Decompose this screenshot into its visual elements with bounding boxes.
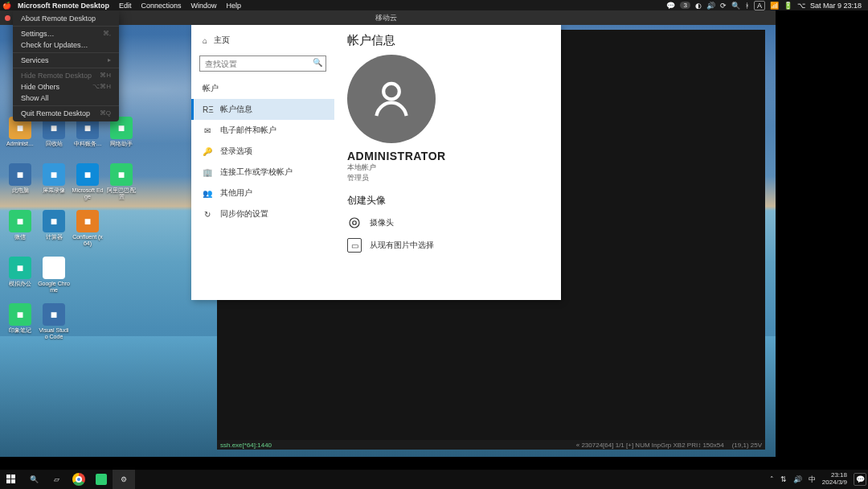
tray-network-icon[interactable]: ⇅ bbox=[780, 475, 787, 483]
dropdown-item[interactable]: About Remote Desktop bbox=[13, 13, 119, 24]
app-menu[interactable]: Microsoft Remote Desktop bbox=[13, 2, 114, 10]
app-icon: ■ bbox=[43, 257, 65, 279]
app-icon: ■ bbox=[43, 210, 65, 232]
task-view-button[interactable]: ▱ bbox=[45, 470, 68, 489]
taskbar-app-green[interactable] bbox=[90, 470, 113, 489]
chrome-icon bbox=[72, 473, 85, 486]
close-window-icon[interactable] bbox=[5, 15, 10, 21]
status-extra-icon[interactable]: ◐ bbox=[695, 2, 702, 10]
tray-ime-icon[interactable]: 中 bbox=[809, 475, 816, 485]
home-icon: ⌂ bbox=[203, 36, 207, 45]
camera-icon bbox=[347, 216, 362, 230]
wechat-badge: 3 bbox=[680, 2, 690, 9]
volume-icon[interactable]: 🔊 bbox=[706, 2, 715, 10]
app-icon: ■ bbox=[110, 163, 133, 186]
control-center-icon[interactable]: ⌥ bbox=[797, 2, 805, 10]
nav-item-label: 登录选项 bbox=[220, 146, 252, 157]
desktop-icon[interactable]: ■阿里巴巴 配置 bbox=[104, 163, 138, 208]
menu-connections[interactable]: Connections bbox=[137, 2, 186, 10]
nav-item-icon: ↻ bbox=[203, 210, 212, 219]
dropdown-item[interactable]: Check for Updates… bbox=[13, 39, 119, 51]
dropdown-item[interactable]: Hide Others⌥⌘H bbox=[13, 81, 119, 92]
spotlight-icon[interactable]: 🔍 bbox=[731, 2, 740, 10]
wifi-icon[interactable]: 📶 bbox=[770, 2, 779, 10]
bluetooth-icon[interactable]: ᚼ bbox=[745, 2, 749, 10]
taskbar-chrome[interactable] bbox=[68, 470, 90, 489]
dropdown-item[interactable]: Show All bbox=[13, 92, 119, 104]
desktop-icon-label: 回收站 bbox=[46, 141, 63, 147]
account-type: 本地帐户 bbox=[347, 162, 548, 173]
taskbar-date: 2024/3/9 bbox=[822, 479, 847, 487]
tray-chevron-up-icon[interactable]: ˄ bbox=[770, 475, 774, 483]
settings-home-button[interactable]: ⌂ 主页 bbox=[191, 31, 334, 49]
settings-nav-item[interactable]: RΞ帐户信息 bbox=[191, 99, 334, 120]
nav-item-label: 连接工作或学校帐户 bbox=[220, 166, 293, 178]
app-icon: ■ bbox=[9, 163, 31, 186]
desktop-icon-label: Administ… bbox=[6, 141, 34, 147]
account-name: ADMINISTRATOR bbox=[347, 150, 548, 162]
menu-window[interactable]: Window bbox=[186, 2, 222, 10]
menu-help[interactable]: Help bbox=[222, 2, 247, 10]
svg-point-2 bbox=[353, 221, 357, 225]
desktop-icon[interactable]: ■Visual Studio Code bbox=[37, 303, 71, 348]
desktop-icon[interactable]: ■Microsoft Edge bbox=[71, 163, 104, 208]
tray-volume-icon[interactable]: 🔊 bbox=[793, 475, 802, 483]
settings-search-input[interactable] bbox=[199, 55, 326, 72]
dropdown-item[interactable]: Settings…⌘, bbox=[13, 28, 119, 39]
wechat-status-icon[interactable]: 💬 bbox=[666, 2, 675, 10]
dropdown-item[interactable]: Services▸ bbox=[13, 55, 119, 66]
desktop-icon[interactable]: ■回收站 bbox=[37, 117, 71, 162]
terminal-statusbar: ssh.exe[*64]:1440 « 230724[64] 1/1 [+] N… bbox=[217, 440, 765, 450]
desktop-icon[interactable]: ■中科账务… bbox=[71, 117, 104, 162]
home-label: 主页 bbox=[214, 35, 230, 46]
option-browse[interactable]: ▭ 从现有图片中选择 bbox=[347, 238, 548, 253]
desktop-icon[interactable]: ■微信 bbox=[3, 210, 37, 255]
gear-icon: ⚙ bbox=[121, 475, 127, 483]
system-tray: ˄ ⇅ 🔊 中 23:18 2024/3/9 💬 bbox=[770, 472, 868, 487]
nav-item-icon: 🏢 bbox=[203, 168, 212, 177]
desktop-icon[interactable]: ■印象笔记 bbox=[3, 303, 37, 348]
nav-item-icon: 🔑 bbox=[203, 147, 212, 156]
dropdown-item[interactable]: Quit Remote Desktop⌘Q bbox=[13, 108, 119, 119]
settings-nav-item[interactable]: 🔑登录选项 bbox=[191, 141, 334, 162]
settings-search: 🔍 bbox=[199, 55, 326, 72]
desktop-icon[interactable]: ■Administ… bbox=[3, 117, 37, 162]
windows-logo-icon bbox=[6, 475, 16, 484]
nav-item-label: 电子邮件和帐户 bbox=[220, 125, 276, 136]
apple-menu-icon[interactable]: 🍎 bbox=[0, 2, 13, 10]
sync-icon[interactable]: ⟳ bbox=[720, 2, 727, 10]
desktop-icon[interactable]: ■此电脑 bbox=[3, 163, 37, 208]
desktop-icon[interactable]: ■Confluent (x64) bbox=[71, 210, 104, 255]
menu-edit[interactable]: Edit bbox=[114, 2, 137, 10]
taskbar-settings[interactable]: ⚙ bbox=[113, 470, 135, 489]
browse-image-icon: ▭ bbox=[347, 238, 362, 253]
option-browse-label: 从现有图片中选择 bbox=[370, 240, 434, 251]
desktop-icon-label: 阿里巴巴 配置 bbox=[105, 187, 137, 199]
app-icon: ■ bbox=[9, 210, 31, 232]
desktop-icon[interactable]: ■模拟办公 bbox=[3, 257, 37, 302]
option-camera[interactable]: 摄像头 bbox=[347, 216, 548, 230]
nav-item-icon: ✉ bbox=[203, 126, 212, 135]
settings-nav-item[interactable]: 🏢连接工作或学校帐户 bbox=[191, 162, 334, 183]
start-button[interactable] bbox=[0, 470, 23, 489]
settings-nav-item[interactable]: ↻同步你的设置 bbox=[191, 203, 334, 224]
app-icon: ■ bbox=[76, 210, 99, 232]
settings-nav-item[interactable]: 👥其他用户 bbox=[191, 183, 334, 203]
desktop-icon[interactable]: ■网络助手 bbox=[104, 117, 138, 162]
desktop-icon[interactable]: ■屏幕录像 bbox=[37, 163, 71, 208]
action-center-icon[interactable]: 💬 bbox=[854, 473, 866, 486]
mac-menubar: 🍎 Microsoft Remote Desktop Edit Connecti… bbox=[0, 0, 868, 10]
search-button[interactable]: 🔍 bbox=[23, 470, 45, 489]
desktop-icon-label: 印象笔记 bbox=[9, 327, 31, 334]
battery-icon[interactable]: 🔋 bbox=[784, 2, 792, 10]
app-icon: ■ bbox=[76, 163, 99, 186]
input-method-indicator[interactable]: A bbox=[754, 1, 765, 10]
user-silhouette-icon bbox=[369, 76, 414, 121]
terminal-status-left: ssh.exe[*64]:1440 bbox=[220, 442, 272, 449]
taskbar-clock[interactable]: 23:18 2024/3/9 bbox=[822, 472, 847, 487]
mac-clock[interactable]: Sat Mar 9 23:18 bbox=[810, 2, 862, 10]
svg-rect-4 bbox=[11, 475, 15, 479]
settings-nav-item[interactable]: ✉电子邮件和帐户 bbox=[191, 120, 334, 141]
desktop-icon[interactable]: ■计算器 bbox=[37, 210, 71, 255]
desktop-icon[interactable]: ■Google Chrome bbox=[37, 257, 71, 302]
